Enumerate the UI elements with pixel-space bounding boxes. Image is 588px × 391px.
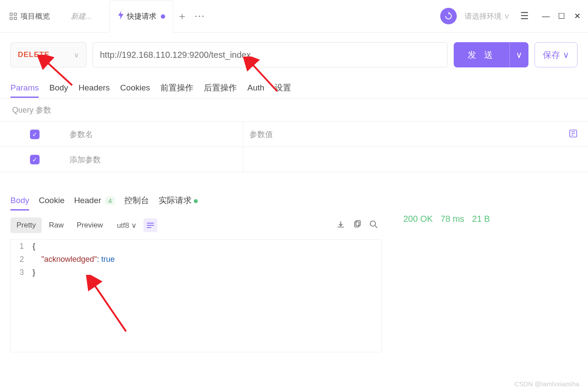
environment-select[interactable]: 请选择环境 ∨ — [461, 10, 513, 23]
tab-pre-script[interactable]: 前置操作 — [160, 78, 193, 98]
header-count-badge: 4 — [105, 197, 115, 205]
svg-point-7 — [370, 221, 375, 226]
status-size: 21 B — [472, 214, 490, 224]
view-pretty[interactable]: Pretty — [10, 217, 42, 233]
response-status-panel: 200 OK 78 ms 21 B — [391, 190, 574, 352]
unsaved-dot-icon — [161, 14, 165, 19]
refresh-icon — [444, 12, 453, 20]
maximize-button[interactable]: ☐ — [556, 10, 567, 22]
view-mode-bar: Pretty Raw Preview utf8 ∨ — [10, 217, 391, 233]
line-number: 3 — [11, 268, 33, 277]
tab-active-request[interactable]: 快捷请求 — [109, 0, 173, 33]
chevron-down-icon: ∨ — [74, 51, 79, 59]
response-area: Body Cookie Header 4 控制台 实际请求 Pretty Raw… — [0, 190, 588, 352]
svg-rect-5 — [355, 222, 359, 227]
param-value-header: 参数值 — [243, 129, 569, 140]
svg-rect-3 — [14, 17, 17, 19]
tab-overview[interactable]: 项目概览 — [0, 0, 58, 33]
tab-auth[interactable]: Auth — [247, 79, 264, 97]
response-actions — [336, 220, 378, 231]
tab-overview-label: 项目概览 — [20, 11, 50, 21]
tab-headers[interactable]: Headers — [79, 79, 110, 97]
status-code: 200 OK — [403, 214, 433, 224]
copy-button[interactable] — [353, 220, 362, 231]
more-tabs-button[interactable]: ⋯ — [191, 10, 208, 22]
svg-rect-2 — [10, 17, 12, 19]
bulk-edit-button[interactable] — [569, 129, 578, 140]
tab-active-label: 快捷请求 — [127, 11, 156, 21]
send-label: 发 送 — [454, 49, 509, 61]
line-number: 2 — [11, 255, 33, 264]
status-time: 78 ms — [441, 214, 464, 224]
grid-icon — [10, 13, 17, 20]
http-method-select[interactable]: DELETE ∨ — [10, 42, 86, 67]
wrap-toggle[interactable] — [143, 218, 157, 232]
save-label: 保存 — [543, 49, 560, 61]
encoding-select[interactable]: utf8 ∨ — [117, 221, 136, 230]
url-input[interactable]: http://192.168.110.129:9200/test_index — [93, 42, 448, 67]
tab-post-script[interactable]: 后置操作 — [204, 78, 237, 98]
resp-tab-actual[interactable]: 实际请求 — [159, 191, 198, 210]
env-placeholder: 请选择环境 — [465, 12, 502, 20]
param-add-row[interactable]: ✓ 添加参数 — [0, 147, 588, 172]
response-left: Body Cookie Header 4 控制台 实际请求 Pretty Raw… — [0, 190, 391, 352]
resp-tab-console[interactable]: 控制台 — [124, 191, 149, 210]
titlebar: 项目概览 新建... 快捷请求 ＋ ⋯ 请选择环境 ∨ ☰ — ☐ ✕ — [0, 0, 588, 33]
line-number: 1 — [11, 242, 33, 251]
code-line: 1 { — [11, 240, 381, 253]
tab-settings[interactable]: 设置 — [275, 78, 291, 98]
resp-tab-cookie[interactable]: Cookie — [39, 192, 64, 209]
request-bar: DELETE ∨ http://192.168.110.129:9200/tes… — [0, 33, 588, 77]
tab-new[interactable]: 新建... — [58, 0, 109, 33]
green-dot-icon — [194, 199, 198, 203]
tab-params[interactable]: Params — [10, 79, 39, 97]
tab-new-label: 新建... — [71, 11, 92, 21]
minimize-button[interactable]: — — [540, 10, 551, 22]
search-button[interactable] — [369, 220, 378, 231]
query-params-label: Query 参数 — [0, 99, 588, 121]
send-dropdown[interactable]: ∨ — [509, 42, 528, 67]
tab-body[interactable]: Body — [49, 79, 68, 97]
param-name-input[interactable]: 添加参数 — [70, 147, 243, 172]
url-value: http://192.168.110.129:9200/test_index — [100, 50, 251, 60]
param-name-header: 参数名 — [70, 122, 243, 147]
window-controls: — ☐ ✕ — [540, 10, 583, 22]
tab-cookies[interactable]: Cookies — [120, 79, 150, 97]
titlebar-right: 请选择环境 ∨ ☰ — ☐ ✕ — [440, 8, 583, 24]
param-check[interactable]: ✓ — [30, 155, 40, 164]
code-line: 2 "acknowledged": true — [11, 253, 381, 266]
hamburger-menu-button[interactable]: ☰ — [518, 9, 532, 23]
refresh-button[interactable] — [440, 8, 457, 24]
chevron-down-icon: ∨ — [504, 12, 510, 20]
query-params-table: ✓ 参数名 参数值 ✓ 添加参数 — [0, 121, 588, 172]
view-preview[interactable]: Preview — [70, 217, 109, 233]
code-line: 3 } — [11, 266, 381, 279]
bolt-icon — [117, 11, 124, 22]
save-button[interactable]: 保存 ∨ — [535, 42, 578, 67]
resp-tab-body[interactable]: Body — [10, 192, 29, 209]
chevron-down-icon: ∨ — [563, 50, 569, 60]
new-tab-button[interactable]: ＋ — [173, 9, 191, 23]
download-button[interactable] — [336, 220, 345, 231]
chevron-down-icon: ∨ — [131, 221, 136, 230]
view-raw[interactable]: Raw — [43, 217, 70, 233]
svg-rect-1 — [14, 13, 17, 15]
close-button[interactable]: ✕ — [571, 10, 583, 22]
response-body[interactable]: 1 { 2 "acknowledged": true 3 } — [10, 239, 382, 352]
resp-tab-header[interactable]: Header 4 — [74, 192, 115, 209]
status-line: 200 OK 78 ms 21 B — [403, 214, 561, 224]
svg-rect-6 — [356, 221, 360, 226]
request-tabs: Params Body Headers Cookies 前置操作 后置操作 Au… — [0, 77, 588, 99]
watermark: CSDN @Iamlvxiaosha — [515, 380, 579, 388]
http-method-label: DELETE — [18, 50, 50, 59]
send-button[interactable]: 发 送 ∨ — [454, 42, 528, 67]
param-header-row: ✓ 参数名 参数值 — [0, 122, 588, 147]
param-check-all[interactable]: ✓ — [30, 130, 40, 139]
response-tabs: Body Cookie Header 4 控制台 实际请求 — [10, 190, 391, 211]
svg-rect-0 — [10, 13, 12, 15]
